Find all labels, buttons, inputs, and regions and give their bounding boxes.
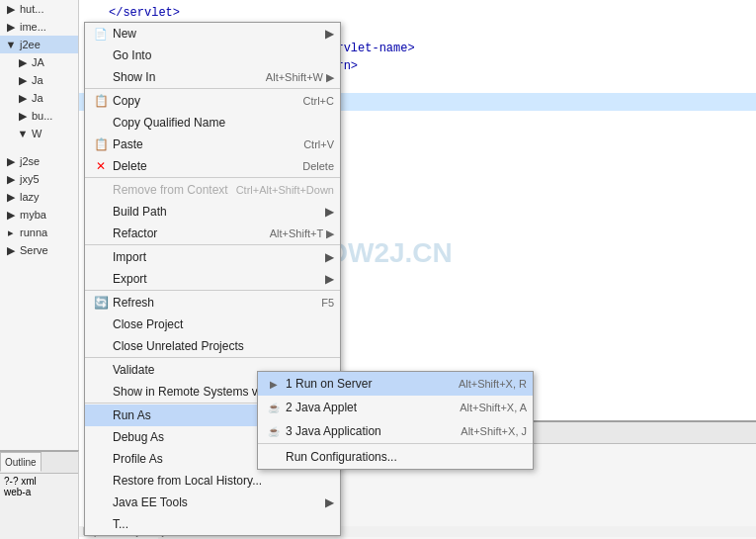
sidebar-item-j2se[interactable]: ▶ j2se (0, 152, 78, 170)
sidebar-item-ja2[interactable]: ▶ Ja (0, 71, 78, 89)
empty-icon (93, 429, 109, 445)
shortcut-java-applet: Alt+Shift+X, A (460, 402, 527, 413)
folder-icon: ▶ (4, 172, 18, 186)
empty-icon (93, 362, 109, 378)
left-bottom-panel: Outline ?-? xml web-a (0, 450, 79, 539)
empty-icon (93, 115, 109, 131)
sidebar-item-ja1[interactable]: ▶ JA (0, 53, 78, 71)
menu-item-go-into[interactable]: Go Into (85, 45, 340, 66)
menu-item-import[interactable]: Import ▶ (85, 246, 340, 268)
empty-icon (93, 47, 109, 63)
sidebar-item-bu[interactable]: ▶ bu... (0, 107, 78, 125)
shortcut-run-server: Alt+Shift+X, R (459, 378, 527, 390)
refresh-icon: 🔄 (93, 295, 109, 311)
package-explorer: ▶ hut... ▶ ime... ▼ j2ee ▶ JA ▶ Ja ▶ Ja … (0, 0, 79, 539)
folder-icon: ▶ (4, 208, 18, 222)
delete-icon: ✕ (93, 158, 109, 174)
menu-item-build-path[interactable]: Build Path ▶ (85, 201, 340, 223)
folder-open-icon: ▼ (4, 38, 18, 51)
sidebar-item-ja3[interactable]: ▶ Ja (0, 89, 78, 107)
folder-icon: ▶ (16, 109, 30, 123)
empty-icon (93, 204, 109, 220)
menu-item-paste[interactable]: 📋 Paste Ctrl+V (85, 134, 340, 155)
menu-item-restore-history[interactable]: Restore from Local History... (85, 470, 340, 492)
menu-item-delete[interactable]: ✕ Delete Delete (85, 155, 340, 178)
sidebar-item-ime[interactable]: ▶ ime... (0, 18, 78, 36)
menu-item-copy-qualified[interactable]: Copy Qualified Name (85, 112, 340, 134)
arrow-icon: ▶ (325, 272, 334, 286)
empty-icon (93, 384, 109, 400)
empty-icon (93, 225, 109, 241)
java-app-icon: ☕ (266, 423, 282, 439)
outline-content: ?-? xml web-a (0, 474, 78, 499)
submenu-item-run-on-server[interactable]: ▶ 1 Run on Server Alt+Shift+X, R (258, 372, 533, 396)
empty-icon (93, 271, 109, 287)
shortcut-show-in: Alt+Shift+W ▶ (266, 71, 334, 84)
folder-icon: ▼ (16, 127, 30, 140)
shortcut-java-app: Alt+Shift+X, J (461, 425, 527, 437)
arrow-icon: ▶ (325, 27, 334, 41)
menu-item-t[interactable]: T... (85, 513, 340, 535)
arrow-icon: ▶ (325, 495, 334, 509)
run-server-icon: ▶ (266, 376, 282, 392)
left-tab-bar: Outline (0, 452, 78, 474)
sidebar-item-jxy5[interactable]: ▶ jxy5 (0, 170, 78, 188)
sidebar-item-serve[interactable]: ▶ Serve (0, 241, 78, 259)
menu-item-new[interactable]: 📄 New ▶ (85, 23, 340, 45)
empty-icon (266, 449, 282, 465)
shortcut-delete: Delete (302, 160, 334, 172)
menu-item-export[interactable]: Export ▶ (85, 268, 340, 291)
menu-item-copy[interactable]: 📋 Copy Ctrl+C (85, 90, 340, 112)
file-icon: ▶ (16, 91, 30, 105)
empty-icon (93, 516, 109, 532)
menu-item-refactor[interactable]: Refactor Alt+Shift+T ▶ (85, 223, 340, 245)
sidebar-item-j2ee[interactable]: ▼ j2ee (0, 36, 78, 53)
empty-icon (93, 338, 109, 354)
shortcut-remove: Ctrl+Alt+Shift+Down (236, 184, 334, 196)
empty-icon (93, 494, 109, 510)
shortcut-refresh: F5 (321, 297, 334, 309)
submenu-item-run-configs[interactable]: Run Configurations... (258, 445, 533, 469)
empty-icon (93, 316, 109, 332)
folder-icon: ▶ (4, 20, 18, 34)
empty-icon (93, 249, 109, 265)
tab-outline[interactable]: Outline (0, 452, 42, 472)
menu-item-refresh[interactable]: 🔄 Refresh F5 (85, 292, 340, 314)
menu-item-close-unrelated[interactable]: Close Unrelated Projects (85, 335, 340, 358)
submenu-item-java-applet[interactable]: ☕ 2 Java Applet Alt+Shift+X, A (258, 396, 533, 419)
menu-item-remove-context[interactable]: Remove from Context Ctrl+Alt+Shift+Down (85, 179, 340, 201)
folder-icon: ▶ (4, 243, 18, 257)
copy-icon: 📋 (93, 93, 109, 109)
arrow-icon: ▶ (325, 205, 334, 219)
menu-item-close-project[interactable]: Close Project (85, 314, 340, 335)
paste-icon: 📋 (93, 136, 109, 152)
file-icon: ▸ (4, 225, 18, 239)
shortcut-paste: Ctrl+V (303, 138, 334, 150)
file-icon: ▶ (16, 55, 30, 69)
java-applet-icon: ☕ (266, 400, 282, 415)
menu-item-javaee-tools[interactable]: Java EE Tools ▶ (85, 492, 340, 513)
empty-icon (93, 473, 109, 489)
code-line-1: </servlet> (79, 4, 756, 22)
sidebar-item-lazy[interactable]: ▶ lazy (0, 188, 78, 206)
submenu-run-as: ▶ 1 Run on Server Alt+Shift+X, R ☕ 2 Jav… (257, 371, 534, 470)
shortcut-copy: Ctrl+C (303, 95, 334, 107)
shortcut-refactor: Alt+Shift+T ▶ (270, 227, 334, 240)
empty-icon (93, 451, 109, 467)
submenu-item-java-app[interactable]: ☕ 3 Java Application Alt+Shift+X, J (258, 419, 533, 444)
sidebar-item-w[interactable]: ▼ W (0, 125, 78, 142)
sidebar-item-hut[interactable]: ▶ hut... (0, 0, 78, 18)
sidebar-item-runna[interactable]: ▸ runna (0, 224, 78, 241)
empty-icon (93, 182, 109, 198)
arrow-icon: ▶ (325, 250, 334, 264)
new-icon: 📄 (93, 26, 109, 42)
folder-icon: ▶ (4, 2, 18, 16)
empty-icon (93, 407, 109, 423)
sidebar-item-myba[interactable]: ▶ myba (0, 206, 78, 224)
folder-icon: ▶ (4, 190, 18, 204)
file-icon: ▶ (16, 73, 30, 87)
menu-item-show-in[interactable]: Show In Alt+Shift+W ▶ (85, 66, 340, 89)
folder-icon: ▶ (4, 154, 18, 168)
empty-icon (93, 69, 109, 85)
